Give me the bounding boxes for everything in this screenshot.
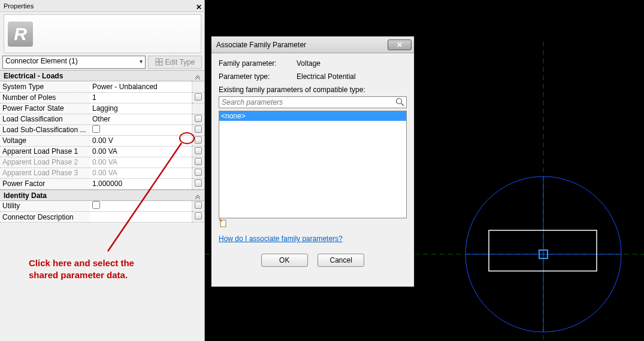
param-row: Apparent Load Phase 20.00 VA — [0, 157, 204, 168]
svg-rect-3 — [159, 62, 162, 65]
svg-point-12 — [397, 99, 402, 104]
svg-line-13 — [401, 103, 404, 106]
svg-point-15 — [219, 219, 221, 221]
associate-parameter-button[interactable] — [195, 126, 202, 133]
list-item-none[interactable]: <none> — [219, 111, 406, 121]
family-parameter-label: Family parameter: — [219, 59, 297, 68]
associate-button-cell[interactable] — [192, 168, 205, 178]
associate-parameter-button[interactable] — [195, 179, 202, 187]
svg-rect-0 — [156, 59, 159, 62]
param-label: Load Sub-Classification ... — [0, 124, 90, 135]
param-label: Load Classification — [0, 114, 90, 124]
param-checkbox[interactable] — [92, 201, 100, 209]
param-row: Load Sub-Classification ... — [0, 124, 204, 135]
new-parameter-icon[interactable] — [219, 218, 227, 228]
param-row: Apparent Load Phase 10.00 VA — [0, 146, 204, 157]
param-value[interactable]: Power - Unbalanced — [90, 81, 192, 92]
expand-icon[interactable] — [195, 72, 201, 84]
associate-parameter-button[interactable] — [195, 136, 202, 144]
associate-parameter-button[interactable] — [195, 158, 202, 165]
associate-family-parameter-dialog: Associate Family Parameter ✕ Family para… — [211, 36, 415, 287]
dialog-title-text: Associate Family Parameter — [216, 41, 388, 49]
param-row: Number of Poles1 — [0, 92, 204, 103]
annotation-circle — [179, 132, 195, 144]
annotation-text: Click here and select the shared paramet… — [29, 257, 134, 281]
param-value[interactable] — [90, 124, 192, 135]
annotation-line1: Click here and select the — [29, 258, 134, 268]
param-row: Voltage0.00 V — [0, 135, 204, 146]
param-row: Power Factor StateLagging — [0, 103, 204, 114]
edit-type-icon — [155, 58, 164, 66]
associate-parameter-button[interactable] — [195, 212, 202, 220]
expand-icon[interactable] — [195, 192, 201, 203]
param-label: Utility — [0, 201, 90, 212]
associate-parameter-button[interactable] — [195, 147, 202, 154]
param-row: Apparent Load Phase 30.00 VA — [0, 168, 204, 178]
group-header[interactable]: Electrical - Loads — [0, 70, 204, 81]
associate-button-cell[interactable] — [192, 212, 205, 223]
param-value[interactable]: 1 — [90, 92, 192, 103]
ok-button[interactable]: OK — [261, 254, 308, 267]
annotation-line2: shared parameter data. — [29, 270, 128, 280]
param-label: Apparent Load Phase 3 — [0, 168, 90, 178]
svg-rect-2 — [156, 62, 159, 65]
dialog-titlebar[interactable]: Associate Family Parameter ✕ — [211, 36, 414, 53]
param-value[interactable]: Other — [90, 114, 192, 124]
associate-parameter-button[interactable] — [195, 93, 202, 101]
associate-parameter-button[interactable] — [195, 115, 202, 122]
cancel-button[interactable]: Cancel — [318, 254, 364, 267]
param-label: Power Factor State — [0, 103, 90, 114]
properties-titlebar: Properties ✕ — [0, 0, 204, 12]
associate-parameter-button[interactable] — [195, 169, 202, 176]
help-link[interactable]: How do I associate family parameters? — [219, 235, 343, 243]
param-value[interactable] — [90, 201, 192, 212]
param-value[interactable]: 0.00 VA — [90, 168, 192, 178]
associate-button-cell — [192, 103, 205, 114]
svg-rect-1 — [159, 59, 162, 62]
param-row: Load ClassificationOther — [0, 114, 204, 124]
edit-type-button[interactable]: Edit Type — [148, 56, 202, 69]
param-value[interactable]: 0.00 V — [90, 135, 192, 146]
group-header[interactable]: Identity Data — [0, 190, 204, 201]
parameter-type-label: Parameter type: — [219, 72, 297, 81]
edit-type-label: Edit Type — [165, 58, 195, 66]
param-label: Apparent Load Phase 1 — [0, 146, 90, 157]
param-row: Connector Description — [0, 212, 204, 223]
param-value[interactable]: 0.00 VA — [90, 157, 192, 168]
search-parameters-input[interactable] — [219, 96, 407, 108]
properties-close-icon[interactable]: ✕ — [196, 1, 202, 13]
param-label: Number of Poles — [0, 92, 90, 103]
properties-panel: Properties ✕ R Connector Element (1) Edi… — [0, 0, 205, 341]
properties-title-text: Properties — [4, 2, 34, 10]
associate-button-cell[interactable] — [192, 157, 205, 168]
search-icon[interactable] — [395, 98, 405, 107]
dialog-close-button[interactable]: ✕ — [388, 39, 412, 50]
parameters-listbox[interactable]: <none> — [219, 111, 407, 218]
param-value[interactable]: 1.000000 — [90, 178, 192, 189]
param-row: Power Factor1.000000 — [0, 178, 204, 189]
param-label: Power Factor — [0, 178, 90, 189]
param-value[interactable]: 0.00 VA — [90, 146, 192, 157]
existing-params-label: Existing family parameters of compatible… — [219, 86, 407, 94]
param-label: System Type — [0, 81, 90, 92]
associate-button-cell[interactable] — [192, 178, 205, 189]
associate-button-cell[interactable] — [192, 92, 205, 103]
type-preview: R — [4, 14, 201, 53]
family-parameter-value: Voltage — [297, 59, 321, 68]
associate-button-cell[interactable] — [192, 124, 205, 135]
param-checkbox[interactable] — [92, 125, 100, 133]
param-row: Utility — [0, 201, 204, 212]
type-selector-dropdown[interactable]: Connector Element (1) — [2, 56, 146, 69]
param-value[interactable]: Lagging — [90, 103, 192, 114]
associate-button-cell[interactable] — [192, 114, 205, 124]
param-label: Apparent Load Phase 2 — [0, 157, 90, 168]
type-selector-value: Connector Element (1) — [5, 57, 78, 65]
param-row: System TypePower - Unbalanced — [0, 81, 204, 92]
associate-button-cell[interactable] — [192, 146, 205, 157]
param-label: Connector Description — [0, 212, 90, 223]
param-value[interactable] — [90, 212, 192, 223]
param-label: Voltage — [0, 135, 90, 146]
revit-r-icon: R — [8, 22, 33, 47]
parameter-type-value: Electrical Potential — [297, 72, 356, 81]
